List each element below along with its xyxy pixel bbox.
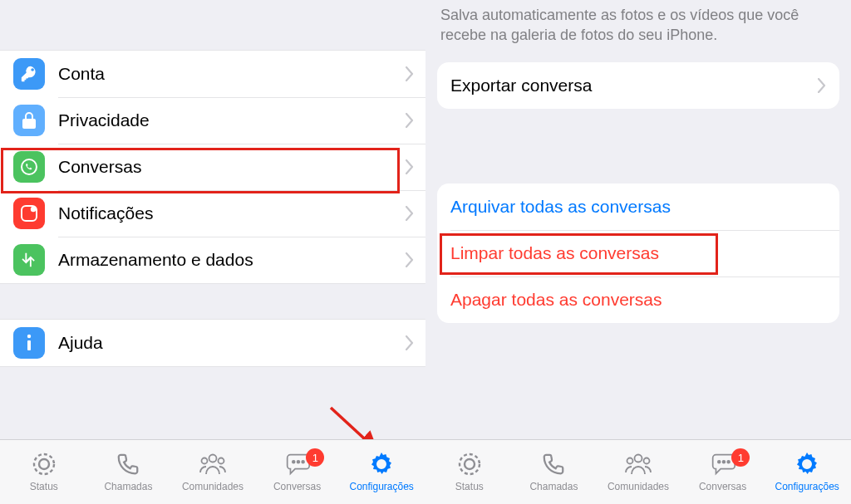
tab-label: Status <box>30 481 58 492</box>
export-card: Exportar conversa <box>437 62 839 109</box>
tab-label: Comunidades <box>608 481 669 492</box>
tab-label: Conversas <box>273 481 321 492</box>
tab-settings[interactable]: Configurações <box>765 450 849 492</box>
tab-label: Chamadas <box>104 481 152 492</box>
tab-calls[interactable]: Chamadas <box>86 450 171 492</box>
key-icon <box>13 58 45 90</box>
svg-point-22 <box>727 461 730 463</box>
tab-label: Configurações <box>775 481 839 492</box>
svg-point-20 <box>717 461 720 463</box>
archive-all-row[interactable]: Arquivar todas as conversas <box>437 183 839 230</box>
tab-settings[interactable]: Configurações <box>339 450 424 492</box>
svg-point-15 <box>460 454 480 474</box>
row-label: Arquivar todas as conversas <box>450 197 826 217</box>
svg-point-7 <box>34 454 54 474</box>
tab-label: Status <box>455 481 484 492</box>
tab-status[interactable]: Status <box>427 450 512 492</box>
chevron-right-icon <box>406 252 414 267</box>
row-label: Apagar todas as conversas <box>450 290 826 310</box>
gear-icon <box>366 450 396 478</box>
storage-icon <box>13 244 45 276</box>
settings-row-account[interactable]: Conta <box>0 51 426 97</box>
tab-bar: Status Chamadas Comunidades 1 Conversas <box>426 439 851 504</box>
settings-row-label: Privacidade <box>58 110 406 130</box>
svg-point-8 <box>39 459 49 469</box>
info-icon <box>13 327 45 359</box>
settings-panel: Conta Privacidade Conversas <box>0 0 426 504</box>
notification-icon <box>13 198 45 229</box>
settings-row-notifications[interactable]: Notificações <box>0 190 426 237</box>
tab-chats[interactable]: 1 Conversas <box>255 450 340 492</box>
communities-icon <box>198 450 228 478</box>
delete-all-row[interactable]: Apagar todas as conversas <box>437 276 839 323</box>
svg-point-9 <box>209 455 216 462</box>
phone-icon <box>113 450 143 478</box>
svg-point-16 <box>465 459 475 469</box>
tab-label: Chamadas <box>529 481 578 492</box>
svg-rect-4 <box>27 340 31 350</box>
export-chat-row[interactable]: Exportar conversa <box>437 62 839 109</box>
chevron-right-icon <box>406 335 414 350</box>
svg-point-0 <box>22 159 37 174</box>
tab-label: Conversas <box>699 481 746 492</box>
svg-point-21 <box>722 461 725 463</box>
svg-point-18 <box>627 458 632 464</box>
chevron-right-icon <box>406 159 414 174</box>
svg-point-14 <box>302 461 304 463</box>
chats-badge: 1 <box>306 448 324 467</box>
status-icon <box>455 450 485 478</box>
tab-communities[interactable]: Comunidades <box>170 450 255 492</box>
chevron-right-icon <box>406 113 414 128</box>
gear-icon <box>792 450 822 478</box>
chat-actions-card: Arquivar todas as conversas Limpar todas… <box>437 183 839 323</box>
tab-calls[interactable]: Chamadas <box>512 450 597 492</box>
svg-point-13 <box>297 461 299 463</box>
tab-label: Configurações <box>349 481 413 492</box>
setting-description: Salva automaticamente as fotos e os víde… <box>426 0 851 62</box>
settings-row-chats[interactable]: Conversas <box>0 144 426 190</box>
settings-row-label: Conversas <box>58 157 406 177</box>
chevron-right-icon <box>406 66 414 81</box>
settings-row-storage[interactable]: Armazenamento e dados <box>0 237 426 283</box>
settings-row-label: Notificações <box>58 203 406 223</box>
svg-point-11 <box>218 458 224 464</box>
communities-icon <box>623 450 653 478</box>
svg-point-19 <box>643 458 649 464</box>
settings-row-privacy[interactable]: Privacidade <box>0 97 426 144</box>
clear-all-row[interactable]: Limpar todas as conversas <box>437 230 839 276</box>
help-group: Ajuda <box>0 319 426 367</box>
status-icon <box>29 450 59 478</box>
settings-row-label: Armazenamento e dados <box>58 250 406 270</box>
tab-communities[interactable]: Comunidades <box>596 450 681 492</box>
tab-status[interactable]: Status <box>2 450 86 492</box>
chats-badge: 1 <box>731 448 750 467</box>
svg-point-2 <box>31 207 36 212</box>
row-label: Exportar conversa <box>450 76 818 95</box>
phone-icon <box>539 450 568 478</box>
settings-row-label: Ajuda <box>58 333 406 353</box>
chevron-right-icon <box>818 78 826 93</box>
whatsapp-icon <box>13 151 45 183</box>
svg-point-12 <box>292 461 294 463</box>
row-label: Limpar todas as conversas <box>450 243 826 263</box>
settings-row-help[interactable]: Ajuda <box>0 320 426 366</box>
chevron-right-icon <box>406 206 414 221</box>
svg-point-3 <box>27 335 31 338</box>
svg-point-10 <box>201 458 207 464</box>
chats-settings-panel: Salva automaticamente as fotos e os víde… <box>426 0 851 504</box>
svg-point-17 <box>634 455 642 462</box>
settings-list-group: Conta Privacidade Conversas <box>0 50 426 284</box>
tab-bar: Status Chamadas Comunidades 1 Conversas <box>0 439 426 504</box>
tab-label: Comunidades <box>182 481 243 492</box>
settings-row-label: Conta <box>58 64 406 84</box>
tab-chats[interactable]: 1 Conversas <box>681 450 765 492</box>
lock-icon <box>13 105 45 136</box>
